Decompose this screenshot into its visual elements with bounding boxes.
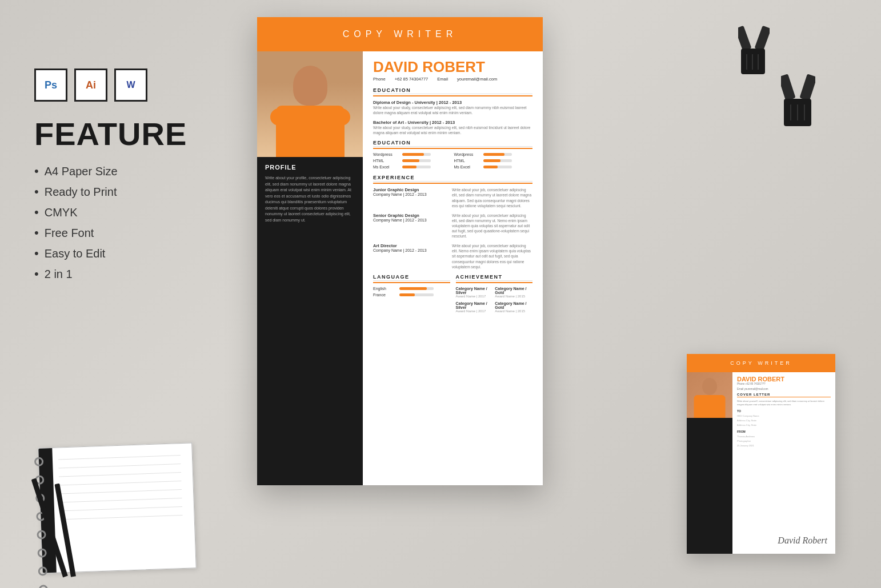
small-job-title: COPY WRITER [730, 360, 791, 366]
skill-bar-1 [402, 153, 431, 156]
feature-item-5: Easy to Edit [34, 246, 229, 261]
notebook-line [59, 481, 182, 485]
ach-name-4: Category Name / Gold [495, 301, 532, 309]
profile-photo [257, 51, 363, 157]
exp-title-1: Junior Graphic Design [373, 187, 447, 192]
small-body: DAVID ROBERT Phone +62 85 74301??? Email… [687, 372, 835, 554]
svg-rect-6 [781, 74, 796, 100]
small-resume: COPY WRITER DAVID ROBERT Phone +62 85 74… [687, 354, 835, 554]
resume-left-column: PROFILE Write about your profile, consec… [257, 51, 363, 485]
skills-title: EDUCATION [373, 140, 532, 149]
lang-fill-2 [399, 293, 415, 296]
resume-header: COPY WRITER [257, 17, 543, 51]
feature-item-4: Free Font [34, 225, 229, 240]
skill-row-4: Wordpress [454, 152, 533, 156]
lang-item-1: English [373, 287, 450, 291]
small-resume-name: DAVID ROBERT [737, 376, 831, 382]
skills-section: EDUCATION Wordpress Wordpress [373, 140, 532, 169]
page-container: Ps Ai W FEATURE A4 Paper Size Ready to P… [0, 0, 881, 588]
achievement-1: Category Name / Silver Award Name | 2017 [456, 287, 494, 298]
bottom-section: LANGUAGE English France [373, 274, 532, 319]
achievement-3: Category Name / Silver Award Name | 2017 [456, 301, 494, 313]
skill-bar-4 [483, 153, 512, 156]
small-person-head [702, 378, 717, 395]
photoshop-icon: Ps [34, 69, 67, 102]
exp-company-2: Company Name | 2012 - 2013 [373, 218, 447, 222]
skill-fill-5 [483, 159, 500, 162]
education-section: EDUCATION Diploma of Design - University… [373, 87, 532, 135]
skill-bar-3 [402, 166, 431, 168]
notebook-line [60, 498, 182, 502]
ach-name-3: Category Name / Silver [456, 301, 494, 309]
skills-grid: Wordpress Wordpress HTML [373, 152, 532, 169]
email-label: Email [437, 76, 448, 82]
experience-title: EXPERIENCE [373, 175, 532, 184]
svg-rect-1 [754, 26, 770, 51]
notebook-line [59, 472, 181, 477]
word-icon: W [114, 69, 147, 102]
exp-item-3: Art Director Company Name | 2012 - 2013 … [373, 243, 532, 269]
skill-name-4: Wordpress [454, 152, 480, 156]
lang-bar-1 [399, 287, 434, 290]
main-resume: COPY WRITER PROFILE Write about your pro… [257, 17, 543, 485]
contact-row: Phone +62 85 74304777 Email youremail@ma… [373, 76, 532, 82]
software-icons: Ps Ai W [34, 69, 229, 102]
ai-label: Ai [86, 79, 96, 91]
resume-body: PROFILE Write about your profile, consec… [257, 51, 543, 485]
small-to-detail: HEO Company NameAddress City, StateAddre… [737, 414, 831, 428]
feature-item-1: A4 Paper Size [34, 164, 229, 179]
binder-clip-svg-2 [781, 71, 815, 128]
experience-section: EXPERIENCE Junior Graphic Design Company… [373, 175, 532, 269]
person-head [293, 66, 327, 106]
profile-text: Write about your profile, consectetuer a… [265, 175, 355, 223]
feature-item-3: CMYK [34, 205, 229, 220]
ach-detail-2: Award Name | 2015 [495, 295, 532, 298]
feature-item-2: Ready to Print [34, 184, 229, 199]
small-from: FROM [737, 429, 831, 434]
ach-detail-4: Award Name | 2015 [495, 309, 532, 313]
edu-item-2: Bachelor of Art - University | 2012 - 20… [373, 120, 532, 135]
exp-desc-2: Write about your job, consectetuer adipi… [452, 213, 532, 239]
name-section: DAVID ROBERT Phone +62 85 74304777 Email… [373, 59, 532, 82]
skill-fill-3 [402, 166, 417, 168]
profile-section-title: PROFILE [265, 164, 355, 171]
exp-title-3: Art Director [373, 243, 447, 248]
exp-title-2: Senior Graphic Design [373, 213, 447, 218]
achievement-4: Category Name / Gold Award Name | 2015 [495, 301, 532, 313]
feature-item-6: 2 in 1 [34, 267, 229, 281]
small-person-body [694, 395, 726, 418]
skill-row-1: Wordpress [373, 152, 452, 156]
small-cover-letter-title: COVER LETTER [737, 393, 831, 397]
skill-row-2: HTML [373, 159, 452, 163]
resume-right-column: DAVID ROBERT Phone +62 85 74304777 Email… [363, 51, 543, 485]
small-photo [687, 372, 732, 418]
language-title: LANGUAGE [373, 274, 450, 283]
skill-name-5: HTML [454, 159, 480, 163]
skill-row-6: Ms Excel [454, 165, 533, 169]
phone-label: Phone [373, 76, 386, 82]
exp-desc-3: Write about your job, consectetuer adipi… [452, 243, 532, 269]
education-title: EDUCATION [373, 87, 532, 96]
binder-clip-2 [781, 71, 815, 131]
skill-name-2: HTML [373, 159, 399, 163]
small-email: Email youremail@mail.com [737, 388, 831, 390]
ach-detail-1: Award Name | 2017 [456, 295, 494, 298]
spiral-ring [39, 585, 49, 588]
small-left-col [687, 372, 732, 554]
edu-degree-2: Bachelor of Art - University | 2012 - 20… [373, 120, 532, 125]
language-section: LANGUAGE English France [373, 274, 450, 315]
notebook-line [58, 464, 181, 468]
skill-name-1: Wordpress [373, 152, 399, 156]
skill-name-6: Ms Excel [454, 165, 480, 169]
achievement-2: Category Name / Gold Award Name | 2015 [495, 287, 532, 298]
small-right-col: DAVID ROBERT Phone +62 85 74301??? Email… [732, 372, 835, 554]
profile-section: PROFILE Write about your profile, consec… [257, 157, 363, 230]
ach-name-1: Category Name / Silver [456, 287, 494, 295]
spiral-ring [37, 548, 47, 558]
skill-row-3: Ms Excel [373, 165, 452, 169]
skill-fill-2 [402, 159, 419, 162]
feature-list: A4 Paper Size Ready to Print CMYK Free F… [34, 164, 229, 281]
spiral-ring [38, 566, 48, 576]
notebook-decoration [17, 417, 211, 577]
exp-desc-1: Write about your job, consectetuer adipi… [452, 187, 532, 208]
